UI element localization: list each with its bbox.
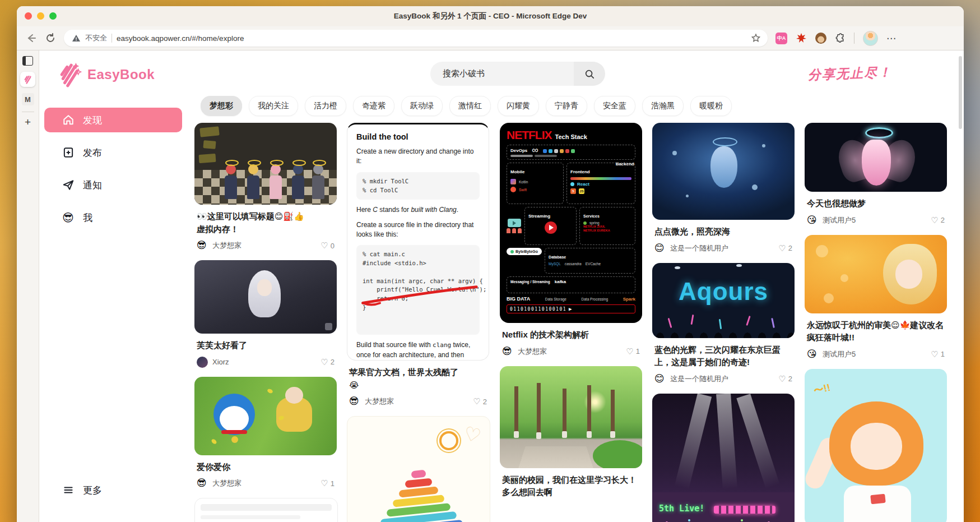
easybook-logo[interactable]: EasyBook	[58, 62, 155, 87]
post-title[interactable]: 👀这里可以填写标题😊⛽👍虚拟内存！	[197, 210, 335, 235]
chip-purple[interactable]: 奇迹紫	[353, 96, 394, 116]
chip-yellow[interactable]: 闪耀黄	[498, 96, 539, 116]
autumn-post-image[interactable]	[805, 235, 947, 313]
extensions-puzzle-icon[interactable]	[835, 33, 846, 44]
nav-me[interactable]: 😎 我	[44, 205, 182, 230]
search-button[interactable]	[574, 62, 605, 86]
close-button[interactable]	[25, 12, 32, 20]
like-button[interactable]: 1	[931, 349, 945, 359]
nav-publish[interactable]: 发布	[44, 140, 182, 165]
zoom-button[interactable]	[49, 12, 57, 20]
post-title[interactable]: 今天也很想做梦	[807, 197, 945, 210]
chip-black[interactable]: 浩瀚黑	[642, 96, 684, 116]
author-name[interactable]: 这是一个随机用户	[670, 374, 728, 384]
post-title[interactable]: 永远惊叹于杭州的审美😌🍁建议改名疯狂落叶城!!	[807, 319, 945, 344]
post-title[interactable]: 点点微光，照亮深海	[654, 225, 792, 238]
like-button[interactable]: 2	[931, 215, 945, 225]
author-avatar[interactable]: 😎	[349, 396, 360, 407]
author-avatar[interactable]: 😘	[807, 215, 818, 226]
netflix-binary-strip: 0110100110100101▶	[507, 304, 635, 313]
author-name[interactable]: 测试用户5	[823, 215, 856, 225]
fairy-post-image[interactable]	[805, 123, 947, 192]
chip-green[interactable]: 跃动绿	[401, 96, 443, 116]
easybook-favicon-tile[interactable]	[20, 72, 35, 87]
url-bar[interactable]: 不安全 easybook.aqpower.cn/#/home/explore	[64, 30, 768, 47]
nav-notifications[interactable]: 通知	[44, 173, 182, 197]
like-button[interactable]: 2	[473, 396, 487, 406]
author-avatar[interactable]: 😎	[197, 240, 208, 251]
author-avatar[interactable]: 😊	[654, 373, 666, 385]
author-avatar[interactable]: 😘	[807, 349, 818, 360]
favorite-star-icon[interactable]	[751, 33, 761, 43]
maple-leaf-extension-icon[interactable]	[796, 33, 807, 44]
card-doraemon: 爱你爱你 😎 大梦想家 1	[194, 377, 337, 489]
back-icon[interactable]	[26, 33, 37, 44]
doc-paragraph: Create a source file in the directory th…	[356, 220, 480, 240]
author-name[interactable]: 这是一个随机用户	[670, 243, 728, 253]
park-post-image[interactable]	[500, 366, 642, 468]
page-scrollbar[interactable]	[959, 56, 962, 129]
minimize-button[interactable]	[37, 12, 44, 20]
vertical-tabs-icon[interactable]	[22, 56, 33, 66]
chip-dreamcolor[interactable]: 梦想彩	[201, 96, 242, 116]
nav-discover[interactable]: 发现	[44, 108, 182, 132]
author-avatar[interactable]: 😎	[502, 346, 513, 357]
like-button[interactable]: 0	[321, 241, 335, 251]
apple-doc-post-content[interactable]: Build the tool Create a new directory an…	[347, 123, 489, 361]
frieren-post-image[interactable]	[194, 260, 337, 334]
chip-red[interactable]: 激情红	[449, 96, 491, 116]
window-controls	[25, 12, 57, 20]
chip-cyan[interactable]: 宁静青	[546, 96, 587, 116]
doraemon-post-image[interactable]	[194, 377, 337, 455]
author-name[interactable]: 大梦想家	[518, 347, 547, 357]
author-name[interactable]: 大梦想家	[365, 396, 394, 406]
profile-avatar[interactable]	[863, 31, 878, 46]
add-sidebar-item-icon[interactable]: +	[25, 118, 31, 126]
refresh-icon[interactable]	[45, 33, 56, 44]
window-title: EasyBook 和另外 1 个页面 - CEO - Microsoft Edg…	[17, 11, 964, 21]
monkey-extension-icon[interactable]	[815, 33, 826, 44]
chika-post-image[interactable]: 〜!!	[805, 369, 947, 522]
post-title[interactable]: 芙芙太好看了	[197, 339, 335, 352]
like-button[interactable]: 2	[321, 357, 335, 367]
author-avatar[interactable]: 😊	[654, 243, 666, 254]
more-menu-icon[interactable]: ⋯	[886, 33, 897, 44]
author-name[interactable]: 测试用户5	[823, 349, 856, 359]
search-input[interactable]: 搜索小破书	[430, 68, 485, 79]
post-title[interactable]: 苹果官方文档，世界太残酷了😭	[349, 366, 487, 391]
author-name[interactable]: Xiorz	[212, 358, 229, 366]
post-title[interactable]: 美丽的校园，我们在这里学习长大！多么想回去啊	[502, 474, 640, 499]
translate-extension-icon[interactable]: 中A	[775, 33, 787, 44]
chip-following[interactable]: 我的关注	[249, 96, 298, 116]
like-button[interactable]: 1	[321, 478, 335, 488]
author-name[interactable]: 大梦想家	[212, 478, 241, 488]
aqours-post-image[interactable]: Aqours	[652, 263, 795, 338]
nav-more[interactable]: 更多	[44, 478, 200, 502]
rainbow-tree-post-image[interactable]: ♡	[347, 416, 490, 522]
post-meta: Xiorz 2	[197, 357, 335, 368]
deepsea-post-image[interactable]	[652, 123, 795, 220]
bocchi-post-image[interactable]	[194, 123, 337, 205]
post-title[interactable]: Netflix 的技术架构解析	[502, 329, 640, 341]
like-button[interactable]: 1	[626, 347, 640, 357]
heart-icon	[778, 243, 786, 253]
chip-pink[interactable]: 暖暖粉	[690, 96, 732, 116]
like-button[interactable]: 2	[778, 243, 792, 253]
author-avatar[interactable]	[197, 357, 208, 368]
workspace-tile[interactable]: M	[22, 93, 34, 105]
fifth-live-post-image[interactable]: 5th Live!	[652, 394, 795, 522]
chip-orange[interactable]: 活力橙	[305, 96, 346, 116]
filter-chips: 梦想彩 我的关注 活力橙 奇迹紫 跃动绿 激情红 闪耀黄 宁静青 安全蓝 浩瀚黑…	[201, 96, 732, 116]
netflix-post-image[interactable]: NETFLIXTech Stack DevOps∞ Mobile Kotlin …	[500, 123, 642, 323]
chip-blue[interactable]: 安全蓝	[594, 96, 635, 116]
author-name[interactable]: 大梦想家	[212, 241, 241, 251]
like-button[interactable]: 2	[778, 374, 792, 384]
author-avatar[interactable]: 😎	[197, 478, 208, 489]
post-title[interactable]: 爱你爱你	[197, 461, 335, 474]
partial-post-image[interactable]	[194, 498, 338, 522]
nav-me-label: 我	[83, 211, 92, 224]
post-title[interactable]: 蓝色的光辉，三次闪耀在东京巨蛋上，这是属于她们的奇迹!	[654, 344, 792, 369]
netflix-brand: NETFLIX	[507, 128, 552, 142]
search-bar[interactable]: 搜索小破书	[430, 62, 605, 86]
card-bocchi: 👀这里可以填写标题😊⛽👍虚拟内存！ 😎 大梦想家 0	[194, 123, 337, 251]
